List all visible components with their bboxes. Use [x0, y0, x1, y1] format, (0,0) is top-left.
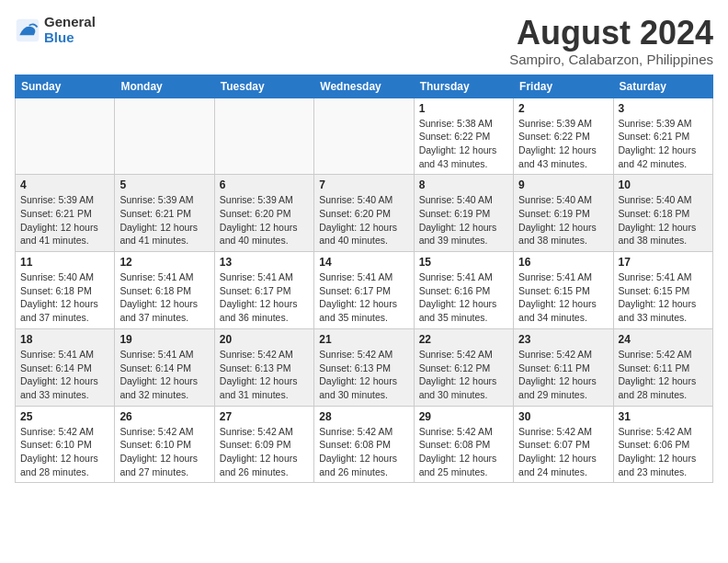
- day-info-16: Sunrise: 5:41 AM Sunset: 6:15 PM Dayligh…: [518, 270, 608, 325]
- day-cell-27: 27Sunrise: 5:42 AM Sunset: 6:09 PM Dayli…: [214, 406, 313, 483]
- day-number-18: 18: [20, 333, 109, 346]
- day-number-6: 6: [220, 178, 309, 191]
- day-cell-29: 29Sunrise: 5:42 AM Sunset: 6:08 PM Dayli…: [414, 406, 513, 483]
- day-number-22: 22: [419, 333, 508, 346]
- day-number-10: 10: [619, 178, 708, 191]
- empty-cell-w1-d3: [314, 98, 414, 175]
- day-number-19: 19: [119, 333, 209, 346]
- day-cell-12: 12Sunrise: 5:41 AM Sunset: 6:18 PM Dayli…: [115, 252, 214, 329]
- day-info-15: Sunrise: 5:41 AM Sunset: 6:16 PM Dayligh…: [419, 270, 508, 325]
- day-number-25: 25: [20, 410, 109, 423]
- day-cell-19: 19Sunrise: 5:41 AM Sunset: 6:14 PM Dayli…: [115, 328, 214, 406]
- day-info-3: Sunrise: 5:39 AM Sunset: 6:21 PM Dayligh…: [619, 117, 708, 171]
- empty-cell-w1-d0: [16, 98, 115, 175]
- day-number-20: 20: [220, 333, 309, 346]
- day-info-2: Sunrise: 5:39 AM Sunset: 6:22 PM Dayligh…: [518, 117, 608, 171]
- day-info-1: Sunrise: 5:38 AM Sunset: 6:22 PM Dayligh…: [419, 117, 508, 171]
- weekday-header-thursday: Thursday: [414, 75, 513, 98]
- day-cell-28: 28Sunrise: 5:42 AM Sunset: 6:08 PM Dayli…: [314, 406, 414, 483]
- day-info-12: Sunrise: 5:41 AM Sunset: 6:18 PM Dayligh…: [119, 270, 209, 325]
- day-info-17: Sunrise: 5:41 AM Sunset: 6:15 PM Dayligh…: [619, 270, 708, 325]
- day-cell-5: 5Sunrise: 5:39 AM Sunset: 6:21 PM Daylig…: [115, 175, 214, 252]
- calendar: SundayMondayTuesdayWednesdayThursdayFrid…: [15, 75, 713, 484]
- day-cell-21: 21Sunrise: 5:42 AM Sunset: 6:13 PM Dayli…: [314, 328, 414, 406]
- day-number-14: 14: [319, 256, 408, 269]
- day-cell-4: 4Sunrise: 5:39 AM Sunset: 6:21 PM Daylig…: [16, 175, 115, 252]
- week-row-3: 11Sunrise: 5:40 AM Sunset: 6:18 PM Dayli…: [16, 252, 713, 329]
- day-info-21: Sunrise: 5:42 AM Sunset: 6:13 PM Dayligh…: [319, 348, 408, 402]
- week-row-5: 25Sunrise: 5:42 AM Sunset: 6:10 PM Dayli…: [16, 406, 713, 483]
- day-cell-1: 1Sunrise: 5:38 AM Sunset: 6:22 PM Daylig…: [414, 98, 513, 175]
- day-number-15: 15: [419, 256, 508, 269]
- month-year: August 2024: [509, 15, 713, 52]
- day-number-13: 13: [220, 256, 309, 269]
- day-number-11: 11: [20, 256, 109, 269]
- day-info-30: Sunrise: 5:42 AM Sunset: 6:07 PM Dayligh…: [518, 425, 608, 479]
- day-cell-8: 8Sunrise: 5:40 AM Sunset: 6:19 PM Daylig…: [414, 175, 513, 252]
- empty-cell-w1-d2: [214, 98, 313, 175]
- day-number-26: 26: [119, 410, 209, 423]
- day-number-1: 1: [419, 102, 508, 115]
- day-number-28: 28: [319, 410, 408, 423]
- day-info-11: Sunrise: 5:40 AM Sunset: 6:18 PM Dayligh…: [20, 270, 109, 325]
- day-cell-25: 25Sunrise: 5:42 AM Sunset: 6:10 PM Dayli…: [16, 406, 115, 483]
- day-cell-26: 26Sunrise: 5:42 AM Sunset: 6:10 PM Dayli…: [115, 406, 214, 483]
- day-cell-9: 9Sunrise: 5:40 AM Sunset: 6:19 PM Daylig…: [514, 175, 613, 252]
- day-info-22: Sunrise: 5:42 AM Sunset: 6:12 PM Dayligh…: [419, 348, 508, 402]
- day-info-19: Sunrise: 5:41 AM Sunset: 6:14 PM Dayligh…: [119, 348, 209, 402]
- day-cell-24: 24Sunrise: 5:42 AM Sunset: 6:11 PM Dayli…: [613, 328, 712, 406]
- day-number-16: 16: [518, 256, 608, 269]
- location: Sampiro, Calabarzon, Philippines: [509, 52, 713, 67]
- day-cell-7: 7Sunrise: 5:40 AM Sunset: 6:20 PM Daylig…: [314, 175, 414, 252]
- day-info-29: Sunrise: 5:42 AM Sunset: 6:08 PM Dayligh…: [419, 425, 508, 479]
- day-info-24: Sunrise: 5:42 AM Sunset: 6:11 PM Dayligh…: [619, 348, 708, 402]
- weekday-header-saturday: Saturday: [613, 75, 712, 98]
- day-info-28: Sunrise: 5:42 AM Sunset: 6:08 PM Dayligh…: [319, 425, 408, 479]
- day-number-8: 8: [419, 178, 508, 191]
- day-cell-14: 14Sunrise: 5:41 AM Sunset: 6:17 PM Dayli…: [314, 252, 414, 329]
- day-info-20: Sunrise: 5:42 AM Sunset: 6:13 PM Dayligh…: [220, 348, 309, 402]
- day-cell-17: 17Sunrise: 5:41 AM Sunset: 6:15 PM Dayli…: [613, 252, 712, 329]
- day-info-5: Sunrise: 5:39 AM Sunset: 6:21 PM Dayligh…: [119, 193, 209, 247]
- day-info-25: Sunrise: 5:42 AM Sunset: 6:10 PM Dayligh…: [20, 425, 109, 479]
- day-number-31: 31: [619, 410, 708, 423]
- day-info-8: Sunrise: 5:40 AM Sunset: 6:19 PM Dayligh…: [419, 193, 508, 247]
- day-info-10: Sunrise: 5:40 AM Sunset: 6:18 PM Dayligh…: [619, 193, 708, 247]
- weekday-header-friday: Friday: [514, 75, 613, 98]
- empty-cell-w1-d1: [115, 98, 214, 175]
- day-number-4: 4: [20, 178, 109, 191]
- day-cell-15: 15Sunrise: 5:41 AM Sunset: 6:16 PM Dayli…: [414, 252, 513, 329]
- day-cell-31: 31Sunrise: 5:42 AM Sunset: 6:06 PM Dayli…: [613, 406, 712, 483]
- week-row-1: 1Sunrise: 5:38 AM Sunset: 6:22 PM Daylig…: [16, 98, 713, 175]
- day-cell-20: 20Sunrise: 5:42 AM Sunset: 6:13 PM Dayli…: [214, 328, 313, 406]
- day-info-6: Sunrise: 5:39 AM Sunset: 6:20 PM Dayligh…: [220, 193, 309, 247]
- day-info-31: Sunrise: 5:42 AM Sunset: 6:06 PM Dayligh…: [619, 425, 708, 479]
- logo-icon: [15, 17, 40, 43]
- logo: General Blue: [15, 15, 96, 45]
- day-number-7: 7: [319, 178, 408, 191]
- header: General Blue August 2024 Sampiro, Calaba…: [15, 15, 713, 67]
- day-info-9: Sunrise: 5:40 AM Sunset: 6:19 PM Dayligh…: [518, 193, 608, 247]
- day-info-27: Sunrise: 5:42 AM Sunset: 6:09 PM Dayligh…: [220, 425, 309, 479]
- day-cell-3: 3Sunrise: 5:39 AM Sunset: 6:21 PM Daylig…: [613, 98, 712, 175]
- weekday-header-wednesday: Wednesday: [314, 75, 414, 98]
- week-row-4: 18Sunrise: 5:41 AM Sunset: 6:14 PM Dayli…: [16, 328, 713, 406]
- day-cell-11: 11Sunrise: 5:40 AM Sunset: 6:18 PM Dayli…: [16, 252, 115, 329]
- day-number-17: 17: [619, 256, 708, 269]
- day-info-18: Sunrise: 5:41 AM Sunset: 6:14 PM Dayligh…: [20, 348, 109, 402]
- day-info-26: Sunrise: 5:42 AM Sunset: 6:10 PM Dayligh…: [119, 425, 209, 479]
- title-block: August 2024 Sampiro, Calabarzon, Philipp…: [509, 15, 713, 67]
- day-cell-30: 30Sunrise: 5:42 AM Sunset: 6:07 PM Dayli…: [514, 406, 613, 483]
- week-row-2: 4Sunrise: 5:39 AM Sunset: 6:21 PM Daylig…: [16, 175, 713, 252]
- day-number-24: 24: [619, 333, 708, 346]
- day-number-5: 5: [119, 178, 209, 191]
- day-number-23: 23: [518, 333, 608, 346]
- day-number-30: 30: [518, 410, 608, 423]
- day-number-21: 21: [319, 333, 408, 346]
- day-number-9: 9: [518, 178, 608, 191]
- day-cell-18: 18Sunrise: 5:41 AM Sunset: 6:14 PM Dayli…: [16, 328, 115, 406]
- day-info-14: Sunrise: 5:41 AM Sunset: 6:17 PM Dayligh…: [319, 270, 408, 325]
- day-cell-16: 16Sunrise: 5:41 AM Sunset: 6:15 PM Dayli…: [514, 252, 613, 329]
- day-cell-2: 2Sunrise: 5:39 AM Sunset: 6:22 PM Daylig…: [514, 98, 613, 175]
- day-number-12: 12: [119, 256, 209, 269]
